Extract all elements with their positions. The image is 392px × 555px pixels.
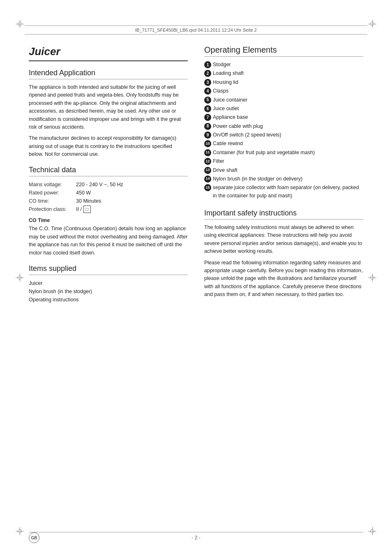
safety-title: Important safety instructions	[204, 209, 363, 220]
safety-para1: The following safety instructions must a…	[204, 224, 363, 256]
file-info: IB_71771_SFE450Bl_LB6.qxd 04.11.2011 12:…	[135, 28, 257, 32]
op-item-14: 14 Nylon brush (in the stodger on delive…	[204, 175, 363, 183]
tech-label-voltage: Mains voltage:	[29, 180, 76, 189]
intended-application-title: Intended Application	[29, 69, 188, 79]
tech-row-co: CO time: 30 Minutes	[29, 197, 188, 205]
crosshair-bottom-right	[368, 527, 376, 535]
intended-application-para1: The appliance is both intended and suita…	[29, 83, 188, 131]
item-juicer: Juicer	[29, 279, 188, 287]
items-supplied-title: Items supplied	[29, 264, 188, 275]
op-num-1: 1	[204, 61, 211, 68]
co-time-title: CO Time	[29, 217, 188, 223]
op-item-5: 5 Juice container	[204, 96, 363, 104]
op-text-11: Container (for fruit pulp and vegetable …	[213, 149, 363, 157]
op-num-11: 11	[204, 149, 211, 156]
op-num-13: 13	[204, 167, 211, 174]
op-item-8: 8 Power cable with plug	[204, 123, 363, 130]
tech-row-protection: Protection class: II / □	[29, 205, 188, 213]
op-text-1: Stodger	[213, 61, 363, 69]
technical-data-title: Technical data	[29, 166, 188, 176]
op-num-8: 8	[204, 123, 211, 130]
safety-para2: Please read the following information re…	[204, 259, 363, 299]
technical-data-table: Mains voltage: 220 - 240 V ~, 50 Hz Rate…	[29, 180, 188, 213]
op-num-12: 12	[204, 158, 211, 165]
tech-label-power: Rated power:	[29, 189, 76, 197]
tech-value-protection: II / □	[76, 205, 91, 213]
op-num-6: 6	[204, 105, 211, 112]
op-text-2: Loading shaft	[213, 69, 363, 77]
op-num-3: 3	[204, 79, 211, 86]
co-time-text: The C.O. Time (Continuous Operation) det…	[29, 225, 188, 257]
op-num-14: 14	[204, 176, 211, 183]
tech-label-protection: Protection class:	[29, 205, 76, 213]
op-text-6: Juice outlet	[213, 105, 363, 113]
items-supplied-list: Juicer Nylon brush (in the stodger) Oper…	[29, 279, 188, 304]
op-text-9: On/Off switch (2 speed levels)	[213, 131, 363, 139]
op-item-15: 15 separate juice collector with foam se…	[204, 184, 363, 200]
crosshair-mid-right	[368, 273, 376, 282]
op-num-7: 7	[204, 114, 211, 121]
op-item-1: 1 Stodger	[204, 61, 363, 69]
op-text-4: Clasps	[213, 87, 363, 95]
op-item-4: 4 Clasps	[204, 87, 363, 95]
op-text-8: Power cable with plug	[213, 123, 363, 130]
op-item-12: 12 Filter	[204, 157, 363, 165]
operating-elements-title: Operating Elements	[204, 45, 363, 57]
op-num-2: 2	[204, 70, 211, 77]
item-nylon-brush: Nylon brush (in the stodger)	[29, 287, 188, 296]
op-num-9: 9	[204, 132, 211, 139]
protection-class-box: □	[83, 206, 91, 213]
op-text-5: Juice container	[213, 96, 363, 104]
op-text-12: Filter	[213, 157, 363, 165]
op-num-4: 4	[204, 88, 211, 95]
op-item-9: 9 On/Off switch (2 speed levels)	[204, 131, 363, 139]
op-item-3: 3 Housing lid	[204, 79, 363, 86]
right-column: Operating Elements 1 Stodger 2 Loading s…	[204, 45, 363, 522]
op-item-10: 10 Cable rewind	[204, 140, 363, 148]
left-column: Juicer Intended Application The applianc…	[29, 45, 188, 522]
op-text-10: Cable rewind	[213, 140, 363, 148]
item-operating-instructions: Operating instructions	[29, 296, 188, 304]
top-bar: IB_71771_SFE450Bl_LB6.qxd 04.11.2011 12:…	[25, 25, 367, 35]
main-title: Juicer	[29, 45, 188, 61]
tech-row-voltage: Mains voltage: 220 - 240 V ~, 50 Hz	[29, 180, 188, 189]
page: IB_71771_SFE450Bl_LB6.qxd 04.11.2011 12:…	[0, 0, 392, 555]
tech-label-co: CO time:	[29, 197, 76, 205]
main-content: Juicer Intended Application The applianc…	[29, 45, 363, 522]
op-text-14: Nylon brush (in the stodger on delivery)	[213, 175, 363, 183]
footer-gb-label: GB	[29, 532, 39, 543]
crosshair-top-right	[368, 20, 376, 28]
tech-value-co: 30 Minutes	[76, 197, 101, 205]
operating-elements-list: 1 Stodger 2 Loading shaft 3 Housing lid …	[204, 61, 363, 200]
op-item-7: 7 Appliance base	[204, 113, 363, 121]
op-text-7: Appliance base	[213, 113, 363, 121]
op-item-2: 2 Loading shaft	[204, 69, 363, 77]
footer-page-number: - 2 -	[191, 535, 200, 541]
op-text-13: Drive shaft	[213, 166, 363, 174]
op-num-10: 10	[204, 140, 211, 147]
op-text-3: Housing lid	[213, 79, 363, 86]
op-item-6: 6 Juice outlet	[204, 105, 363, 113]
op-item-11: 11 Container (for fruit pulp and vegetab…	[204, 149, 363, 157]
op-num-15: 15	[204, 184, 211, 191]
tech-row-power: Rated power: 450 W	[29, 189, 188, 197]
op-num-5: 5	[204, 97, 211, 104]
intended-application-para2: The manufacturer declines to accept resp…	[29, 134, 188, 158]
op-text-15: separate juice collector with foam separ…	[213, 184, 363, 200]
crosshair-mid-left	[16, 273, 24, 282]
crosshair-top-left	[16, 20, 24, 28]
footer: GB - 2 -	[29, 532, 363, 541]
op-item-13: 13 Drive shaft	[204, 166, 363, 174]
tech-value-voltage: 220 - 240 V ~, 50 Hz	[76, 180, 123, 189]
crosshair-bottom-left	[16, 527, 24, 535]
tech-value-power: 450 W	[76, 189, 91, 197]
